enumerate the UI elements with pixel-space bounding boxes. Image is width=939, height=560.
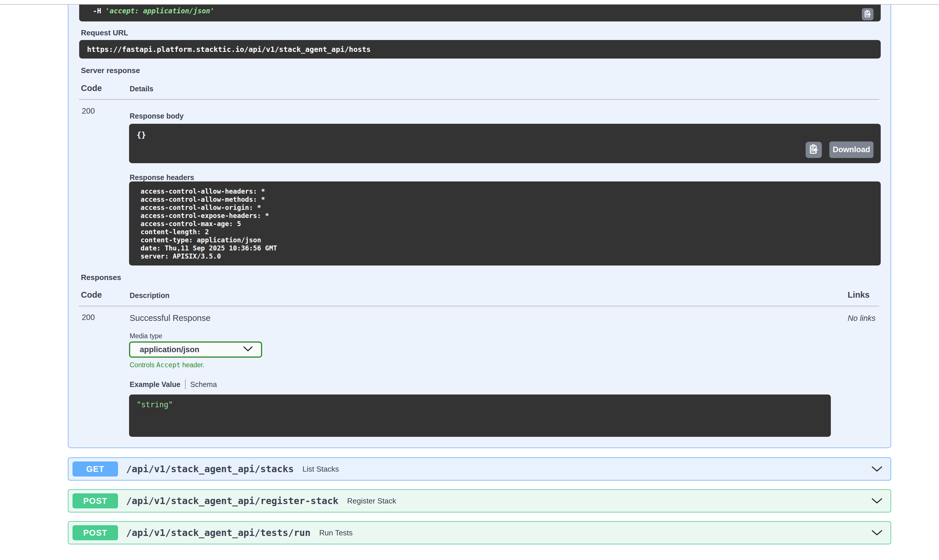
response-body-label: Response body [130,112,183,120]
chevron-down-icon[interactable] [871,466,882,472]
response-links-value: No links [848,314,876,323]
response-header-line: server: APISIX/3.5.0 [137,252,873,260]
responses-divider [79,306,879,306]
response-header-line: date: Thu,11 Sep 2025 10:36:56 GMT [137,244,873,252]
endpoint-path: /api/v1/stack_agent_api/stacks [126,463,294,474]
media-type-selected-value: application/json [140,345,199,354]
endpoint-get-stacks[interactable]: GET /api/v1/stack_agent_api/stacks List … [68,457,891,481]
response-description: Successful Response [130,313,211,323]
tab-schema[interactable]: Schema [190,380,217,389]
responses-links-header: Links [848,290,870,300]
endpoint-post-register-stack[interactable]: POST /api/v1/stack_agent_api/register-st… [68,489,891,512]
endpoint-summary: Register Stack [347,497,396,506]
clipboard-icon [863,10,872,19]
response-header-line: access-control-max-age: 5 [137,220,873,228]
tab-divider [185,379,186,389]
server-response-code-header: Code [81,83,102,93]
response-headers-block: access-control-allow-headers: * access-c… [129,182,881,266]
example-value-block: "string" [129,394,831,437]
response-body-content: {} [137,130,873,139]
curl-command-block: -H 'accept: application/json' [79,5,881,22]
copy-curl-button[interactable] [862,8,873,20]
hint-prefix: Controls [130,361,156,369]
download-button[interactable]: Download [830,142,873,158]
response-header-line: access-control-allow-headers: * [137,187,873,195]
curl-command-line: -H 'accept: application/json' [93,5,881,17]
request-url-label: Request URL [81,28,128,37]
endpoint-path: /api/v1/stack_agent_api/register-stack [126,495,338,506]
endpoint-summary: Run Tests [319,528,353,537]
copy-response-button[interactable] [806,142,822,158]
chevron-down-icon [243,346,253,353]
server-response-details-header: Details [130,85,153,93]
response-headers-label: Response headers [130,173,194,182]
curl-argument: 'accept: application/json' [105,7,214,15]
request-url-bar: https://fastapi.platform.stacktic.io/api… [79,40,881,58]
request-url-value: https://fastapi.platform.stacktic.io/api… [87,45,371,54]
response-body-actions: Download [806,142,873,158]
response-header-line: content-type: application/json [137,236,873,244]
endpoint-post-tests-run[interactable]: POST /api/v1/stack_agent_api/tests/run R… [68,521,891,545]
responses-description-header: Description [130,291,170,300]
responses-status-code: 200 [82,313,95,322]
tab-example-value[interactable]: Example Value [130,380,180,389]
server-response-title: Server response [81,66,140,75]
responses-code-header: Code [81,290,102,300]
curl-flag: -H [93,7,105,15]
hint-code: Accept [156,361,180,369]
method-badge-get: GET [72,462,118,477]
example-schema-tabs: Example Value Schema [130,379,217,389]
response-body-block: {} Download [129,124,881,163]
response-header-line: access-control-allow-origin: * [137,203,873,212]
response-header-line: content-length: 2 [137,228,873,236]
example-value-content: "string" [137,400,823,409]
response-header-line: access-control-expose-headers: * [137,212,873,220]
method-badge-post: POST [72,525,118,540]
media-type-select[interactable]: application/json [129,342,262,358]
server-response-divider [79,99,879,100]
responses-title: Responses [81,273,121,282]
method-badge-post: POST [72,493,118,508]
response-header-line: access-control-allow-methods: * [137,195,873,203]
chevron-down-icon[interactable] [871,498,882,504]
hint-suffix: header. [180,361,204,369]
accept-header-hint: Controls Accept header. [130,361,204,369]
clipboard-icon [808,144,819,155]
endpoint-path: /api/v1/stack_agent_api/tests/run [126,527,311,538]
media-type-label: Media type [130,332,162,340]
server-response-status-code: 200 [82,107,95,115]
chevron-down-icon[interactable] [871,529,882,536]
expanded-operation-block: -H 'accept: application/json' Request UR… [68,5,891,448]
endpoint-summary: List Stacks [302,465,339,474]
